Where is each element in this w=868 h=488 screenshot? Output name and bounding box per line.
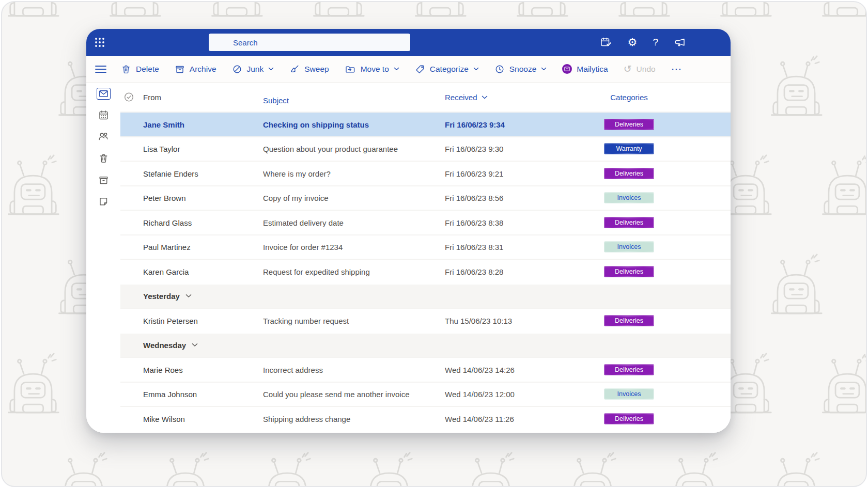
email-received: Fri 16/06/23 9:21 <box>445 169 503 178</box>
mailytica-button[interactable]: Mailytica <box>562 64 608 74</box>
column-header-subject[interactable]: Subject <box>263 96 289 104</box>
email-from: Marie Roes <box>143 365 183 374</box>
trash-icon <box>121 64 131 74</box>
junk-button[interactable]: Junk <box>232 64 274 74</box>
archive-icon <box>175 64 185 74</box>
select-all-icon[interactable] <box>124 92 134 102</box>
page-background: ⚙ ? Delete <box>1 1 867 487</box>
email-from: Kristin Petersen <box>143 316 198 325</box>
group-header-row[interactable]: Wednesday <box>120 333 731 357</box>
email-from: Emma Johnson <box>143 390 197 399</box>
sidebar-item-people[interactable] <box>96 130 111 143</box>
undo-label: Undo <box>637 65 656 74</box>
archive-button[interactable]: Archive <box>175 64 216 74</box>
move-to-label: Move to <box>361 65 389 74</box>
email-row[interactable]: Lisa Taylor Question about your product … <box>120 136 731 161</box>
email-list-header: From Subject Received Categories <box>120 83 731 112</box>
sidebar-item-mail[interactable] <box>97 88 111 100</box>
email-received: Fri 16/06/23 9:30 <box>445 145 503 153</box>
email-received: Fri 16/06/23 9:34 <box>445 120 505 129</box>
move-to-button[interactable]: Move to <box>345 64 399 74</box>
group-header-row[interactable]: Yesterday <box>120 284 731 308</box>
email-row[interactable]: Marie Roes Incorrect address Wed 14/06/2… <box>120 357 731 382</box>
email-received: Fri 16/06/23 8:31 <box>445 243 503 251</box>
email-row[interactable]: Mike Wilson Shipping address change Wed … <box>120 406 731 431</box>
email-row[interactable]: Stefanie Enders Where is my order? Fri 1… <box>120 161 731 185</box>
block-icon <box>232 64 242 74</box>
snooze-button[interactable]: Snooze <box>494 64 547 74</box>
sweep-label: Sweep <box>304 65 329 74</box>
column-header-categories[interactable]: Categories <box>604 93 654 102</box>
more-options-icon: ⋯ <box>671 63 683 75</box>
category-badge[interactable]: Invoices <box>604 242 654 253</box>
email-row[interactable]: Karen Garcia Request for expedited shipp… <box>120 259 731 284</box>
snooze-label: Snooze <box>509 65 537 74</box>
email-row[interactable]: Emma Johnson Could you please send me an… <box>120 382 731 406</box>
email-from: Mike Wilson <box>143 414 185 423</box>
feedback-megaphone-icon[interactable] <box>674 37 686 48</box>
chevron-down-icon <box>268 67 274 71</box>
email-list: From Subject Received Categories Jane Sm… <box>120 83 731 433</box>
email-received: Wed 14/06/23 11:26 <box>445 414 514 423</box>
email-subject: Estimated delivery date <box>263 218 344 227</box>
trash-icon <box>98 153 109 164</box>
category-badge[interactable]: Invoices <box>604 193 654 203</box>
archive-label: Archive <box>190 65 216 74</box>
email-list-body: Jane Smith Checking on shipping status F… <box>120 112 731 431</box>
email-row[interactable]: Peter Brown Copy of my invoice Fri 16/06… <box>120 185 731 210</box>
email-row[interactable]: Paul Martinez Invoice for order #1234 Fr… <box>120 234 731 259</box>
column-header-from[interactable]: From <box>143 93 161 102</box>
category-badge[interactable]: Deliveries <box>604 217 654 228</box>
email-received: Fri 16/06/23 8:56 <box>445 194 503 202</box>
column-header-received[interactable]: Received <box>445 93 488 102</box>
sidebar-item-trash[interactable] <box>96 151 111 165</box>
categorize-button[interactable]: Categorize <box>415 64 479 74</box>
help-icon[interactable]: ? <box>653 37 658 48</box>
app-top-bar: ⚙ ? <box>86 29 731 56</box>
group-label: Wednesday <box>143 341 186 350</box>
sidebar-item-archive[interactable] <box>96 173 111 186</box>
category-badge[interactable]: Deliveries <box>604 364 654 375</box>
category-badge[interactable]: Invoices <box>604 389 654 400</box>
category-badge[interactable]: Deliveries <box>604 119 654 130</box>
category-badge[interactable]: Warranty <box>604 144 654 154</box>
my-day-calendar-check-icon[interactable] <box>600 37 612 48</box>
email-from: Richard Glass <box>143 218 192 227</box>
search-input[interactable] <box>209 34 410 51</box>
category-badge[interactable]: Deliveries <box>604 413 654 424</box>
tag-icon <box>415 64 425 74</box>
mail-icon <box>99 90 108 97</box>
email-subject: Tracking number request <box>263 316 349 325</box>
email-row[interactable]: Richard Glass Estimated delivery date Fr… <box>120 210 731 234</box>
email-from: Stefanie Enders <box>143 169 198 178</box>
email-row[interactable]: Jane Smith Checking on shipping status F… <box>120 112 731 136</box>
delete-button[interactable]: Delete <box>121 64 159 74</box>
categorize-label: Categorize <box>430 65 469 74</box>
email-from: Karen Garcia <box>143 267 189 276</box>
email-subject: Invoice for order #1234 <box>263 243 343 251</box>
note-icon <box>98 196 109 207</box>
category-badge[interactable]: Deliveries <box>604 266 654 277</box>
settings-gear-icon[interactable]: ⚙ <box>628 37 638 48</box>
sort-chevron-down-icon <box>482 95 488 99</box>
archive-icon <box>98 175 109 185</box>
email-received: Thu 15/06/23 10:13 <box>445 316 512 325</box>
email-subject: Could you please send me another invoice <box>263 390 410 399</box>
email-row[interactable]: Kristin Petersen Tracking number request… <box>120 308 731 333</box>
chevron-down-icon <box>541 67 547 71</box>
sidebar-item-notes[interactable] <box>96 195 111 208</box>
mail-toolbar: Delete Archive Junk <box>86 56 731 83</box>
category-badge[interactable]: Deliveries <box>604 315 654 326</box>
category-badge[interactable]: Deliveries <box>604 168 654 179</box>
chevron-down-icon <box>185 294 192 298</box>
sidebar-item-calendar[interactable] <box>96 108 111 121</box>
undo-button[interactable]: ↺ Undo <box>624 64 656 74</box>
hamburger-menu-icon[interactable] <box>95 65 107 74</box>
chevron-down-icon <box>394 67 399 71</box>
apps-grid-icon[interactable] <box>94 37 105 48</box>
group-label: Yesterday <box>143 292 180 301</box>
folder-move-icon <box>345 64 356 74</box>
received-label: Received <box>445 93 477 102</box>
sweep-button[interactable]: Sweep <box>289 64 329 74</box>
more-options-button[interactable]: ⋯ <box>671 63 683 75</box>
